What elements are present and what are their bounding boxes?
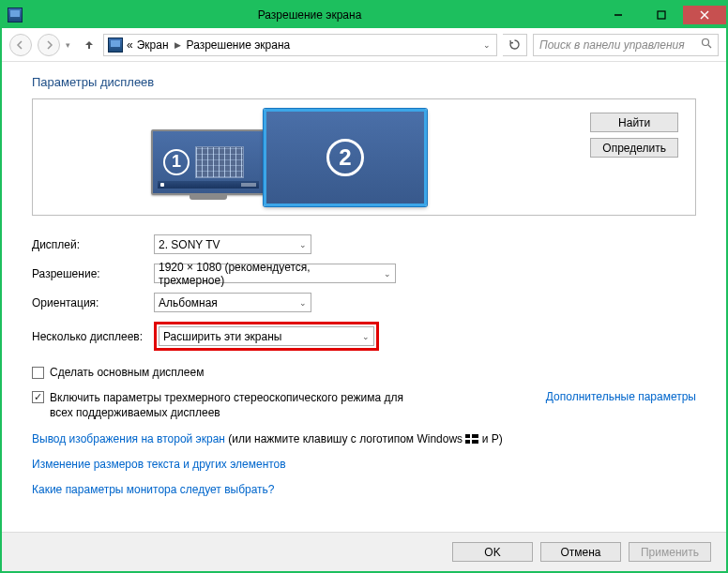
titlebar: Разрешение экрана: [2, 2, 726, 28]
back-button[interactable]: [9, 34, 32, 56]
page-title: Параметры дисплеев: [32, 75, 696, 89]
svg-point-4: [703, 39, 709, 46]
window: Разрешение экрана ▾ « Экран ▶ Разрешение…: [0, 0, 728, 573]
up-button[interactable]: [81, 37, 98, 53]
location-icon: [108, 38, 123, 53]
find-button[interactable]: Найти: [590, 113, 678, 132]
forward-button[interactable]: [38, 34, 60, 56]
orientation-label: Ориентация:: [32, 296, 154, 309]
breadcrumb-item[interactable]: Разрешение экрана: [187, 38, 291, 52]
project-line: Вывод изображения на второй экран (или н…: [32, 431, 696, 447]
history-dropdown[interactable]: ▾: [66, 40, 75, 50]
breadcrumb-item[interactable]: Экран: [137, 38, 169, 52]
monitor-1-taskbar: [158, 181, 259, 188]
multi-display-value: Расширить эти экраны: [163, 330, 281, 343]
monitor-1-number: 1: [163, 149, 190, 175]
project-text: (или нажмите клавишу с логотипом Windows: [225, 432, 465, 445]
project-text2: и P): [478, 432, 502, 445]
resolution-label: Разрешение:: [32, 267, 154, 280]
window-title: Разрешение экрана: [23, 8, 597, 22]
minimize-button[interactable]: [597, 6, 640, 24]
chevron-down-icon: ⌄: [384, 269, 391, 279]
stereo-checkbox[interactable]: [32, 391, 44, 403]
maximize-button[interactable]: [640, 6, 683, 24]
chevron-right-icon: ▶: [173, 40, 183, 50]
display-select[interactable]: 2. SONY TV ⌄: [154, 234, 311, 254]
multi-display-label: Несколько дисплеев:: [32, 330, 154, 343]
search-placeholder: Поиск в панели управления: [539, 38, 685, 52]
dialog-footer: OK Отмена Применить: [2, 532, 726, 571]
monitor-1-thumbnail: [195, 146, 244, 178]
app-icon: [8, 8, 23, 23]
orientation-value: Альбомная: [159, 296, 218, 309]
refresh-button[interactable]: [503, 34, 527, 56]
apply-button[interactable]: Применить: [629, 542, 711, 562]
advanced-settings-link[interactable]: Дополнительные параметры: [546, 390, 696, 403]
windows-key-icon: [465, 434, 478, 445]
make-main-checkbox[interactable]: [32, 367, 44, 379]
highlight-annotation: Расширить эти экраны ⌄: [154, 322, 379, 351]
monitor-1[interactable]: 1: [151, 129, 265, 195]
project-link[interactable]: Вывод изображения на второй экран: [32, 432, 225, 445]
resolution-select[interactable]: 1920 × 1080 (рекомендуется, трехмерное) …: [154, 264, 396, 283]
chevron-down-icon: ⌄: [299, 298, 307, 308]
detect-button[interactable]: Определить: [590, 138, 678, 158]
monitor-2-selected[interactable]: 2: [265, 109, 427, 206]
text-size-link[interactable]: Изменение размеров текста и других элеме…: [32, 458, 286, 471]
toolbar: ▾ « Экран ▶ Разрешение экрана ⌄ Поиск в …: [2, 28, 726, 62]
breadcrumb-prefix: «: [127, 38, 133, 52]
close-button[interactable]: [683, 6, 726, 24]
window-controls: [597, 6, 726, 24]
ok-button[interactable]: OK: [452, 542, 533, 562]
make-main-label: Сделать основным дисплеем: [50, 366, 204, 379]
svg-line-5: [708, 45, 711, 48]
svg-rect-1: [658, 11, 665, 19]
which-monitor-link[interactable]: Какие параметры монитора следует выбрать…: [32, 483, 275, 496]
content-area: Параметры дисплеев 1 2: [2, 62, 726, 532]
resolution-value: 1920 × 1080 (рекомендуется, трехмерное): [159, 261, 376, 287]
search-input[interactable]: Поиск в панели управления: [533, 34, 719, 56]
cancel-button[interactable]: Отмена: [540, 542, 621, 562]
address-bar[interactable]: « Экран ▶ Разрешение экрана ⌄: [103, 34, 497, 56]
monitor-2-number: 2: [326, 139, 364, 176]
search-icon: [701, 38, 712, 52]
display-value: 2. SONY TV: [159, 238, 220, 251]
chevron-down-icon[interactable]: ⌄: [481, 40, 493, 50]
display-preview-area[interactable]: 1 2: [33, 99, 545, 215]
display-label: Дисплей:: [32, 238, 154, 251]
multi-display-select[interactable]: Расширить эти экраны ⌄: [159, 326, 374, 346]
stereo-label: Включить параметры трехмерного стереоско…: [50, 390, 406, 420]
chevron-down-icon: ⌄: [362, 332, 370, 341]
chevron-down-icon: ⌄: [299, 240, 307, 249]
display-arrangement-box: 1 2 Найти Определить: [32, 98, 696, 216]
orientation-select[interactable]: Альбомная ⌄: [154, 293, 311, 312]
